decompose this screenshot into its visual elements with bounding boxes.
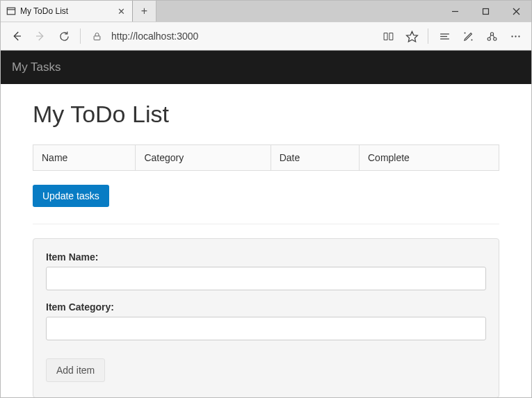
item-category-label: Item Category: <box>46 301 486 313</box>
svg-point-21 <box>515 35 516 37</box>
close-tab-icon[interactable]: ✕ <box>116 6 127 17</box>
back-button[interactable] <box>5 24 29 48</box>
col-category: Category <box>136 145 271 171</box>
table-header-row: Name Category Date Complete <box>33 145 499 171</box>
browser-tab[interactable]: My ToDo List ✕ <box>1 1 133 22</box>
col-date: Date <box>271 145 359 171</box>
url-input[interactable]: http://localhost:3000 <box>108 31 376 42</box>
svg-point-13 <box>465 33 465 33</box>
browser-chrome: My ToDo List ✕ + <box>1 1 531 51</box>
svg-point-22 <box>518 35 519 37</box>
item-name-label: Item Name: <box>46 251 486 263</box>
svg-point-20 <box>511 35 513 37</box>
favorites-icon[interactable] <box>400 24 424 48</box>
svg-point-14 <box>471 39 471 40</box>
lock-icon <box>85 31 108 42</box>
page-title: My ToDo List <box>33 101 499 128</box>
page-icon <box>6 6 16 16</box>
divider <box>33 224 499 224</box>
reading-view-icon[interactable] <box>376 24 400 48</box>
col-complete: Complete <box>359 145 499 171</box>
close-window-button[interactable] <box>501 1 531 22</box>
svg-rect-8 <box>94 35 100 40</box>
new-tab-button[interactable]: + <box>133 1 156 22</box>
tasks-table: Name Category Date Complete <box>33 144 499 171</box>
svg-point-16 <box>487 37 490 40</box>
forward-button[interactable] <box>29 24 52 48</box>
tab-title: My ToDo List <box>20 6 116 16</box>
app-nav-title[interactable]: My Tasks <box>1 51 531 84</box>
svg-point-17 <box>493 37 496 40</box>
page-content: My ToDo List Name Category Date Complete… <box>1 84 531 398</box>
hub-icon[interactable] <box>433 24 456 48</box>
add-item-button[interactable]: Add item <box>46 358 105 382</box>
address-bar-row: http://localhost:3000 <box>1 22 531 51</box>
add-item-panel: Item Name: Item Category: Add item <box>33 238 499 398</box>
maximize-button[interactable] <box>470 1 501 22</box>
item-category-input[interactable] <box>46 317 486 340</box>
tab-strip: My ToDo List ✕ + <box>1 1 531 22</box>
col-name: Name <box>33 145 136 171</box>
svg-line-19 <box>492 35 494 38</box>
item-name-input[interactable] <box>46 267 486 290</box>
more-icon[interactable] <box>503 24 527 48</box>
share-icon[interactable] <box>480 24 503 48</box>
refresh-button[interactable] <box>52 24 76 48</box>
svg-marker-9 <box>406 31 417 42</box>
svg-rect-0 <box>7 8 15 15</box>
update-tasks-button[interactable]: Update tasks <box>33 185 109 207</box>
webnote-icon[interactable] <box>456 24 480 48</box>
svg-line-18 <box>490 35 491 38</box>
window-controls <box>440 1 531 22</box>
minimize-button[interactable] <box>440 1 470 22</box>
svg-rect-3 <box>483 8 488 14</box>
